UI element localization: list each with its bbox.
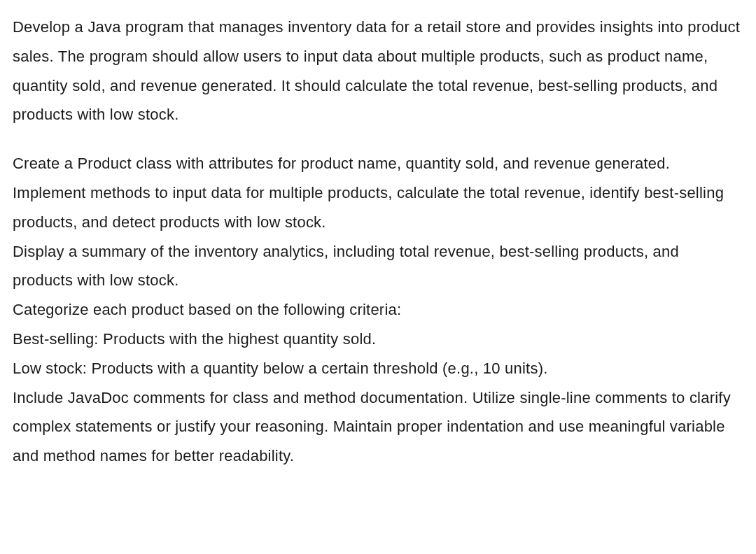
requirement-line: Low stock: Products with a quantity belo… bbox=[13, 354, 743, 383]
requirement-line: Implement methods to input data for mult… bbox=[13, 178, 743, 237]
requirement-line: Display a summary of the inventory analy… bbox=[13, 237, 743, 296]
requirements-paragraph: Create a Product class with attributes f… bbox=[13, 149, 743, 471]
requirement-line: Categorize each product based on the fol… bbox=[13, 295, 743, 325]
intro-paragraph: Develop a Java program that manages inve… bbox=[13, 13, 743, 129]
requirement-line: Create a Product class with attributes f… bbox=[13, 149, 743, 178]
requirement-line: Include JavaDoc comments for class and m… bbox=[13, 383, 743, 471]
requirement-line: Best-selling: Products with the highest … bbox=[13, 325, 743, 354]
